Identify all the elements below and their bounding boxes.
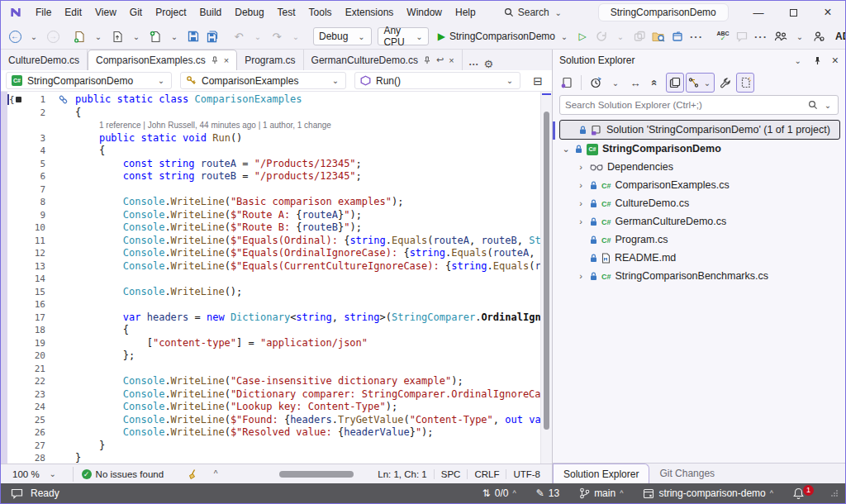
- code-row[interactable]: 4 {: [7, 145, 540, 158]
- tree-item-readme-md[interactable]: README.md: [553, 249, 845, 267]
- navigate-forward-button[interactable]: →: [44, 26, 62, 46]
- codelens-row[interactable]: 1 reference | John Russell, 44 minutes a…: [7, 119, 540, 132]
- search-input[interactable]: [565, 100, 803, 110]
- code-row[interactable]: 6 const string routeB = "/products/12345…: [7, 170, 540, 183]
- chevron-collapsed-icon[interactable]: ›: [576, 198, 586, 208]
- panel-tab-solution-explorer[interactable]: Solution Explorer: [553, 464, 649, 483]
- hot-reload-dropdown[interactable]: ⌄: [611, 26, 630, 46]
- spell-checker-button[interactable]: ABC ✓: [714, 26, 732, 46]
- tree-item-stringcomparisondemo[interactable]: ⌄C#StringComparisonDemo: [553, 140, 845, 158]
- pin-icon[interactable]: [423, 56, 431, 64]
- code-row[interactable]: 17 var headers = new Dictionary<string, …: [7, 311, 540, 325]
- tab-overflow-button[interactable]: ···: [469, 59, 479, 70]
- toolbar-overflow-button[interactable]: ···: [687, 26, 706, 46]
- panel-options-chevron-icon[interactable]: ⌄: [793, 56, 803, 65]
- chevron-expanded-icon[interactable]: ⌄: [561, 144, 571, 155]
- branch-picker[interactable]: main ^: [576, 487, 626, 499]
- horizontal-scrollbar-thumb[interactable]: [279, 471, 354, 478]
- tab-comparisonexamples-cs[interactable]: ComparisonExamples.cs×: [88, 50, 237, 70]
- code-row[interactable]: 24 Console.WriteLine("Lookup key: Conten…: [7, 401, 540, 414]
- show-all-files-toggle[interactable]: [736, 73, 754, 93]
- vertical-scrollbar-thumb[interactable]: [544, 112, 549, 430]
- live-share-dropdown[interactable]: ⌄: [791, 26, 809, 46]
- chevron-down-icon[interactable]: ⌄: [554, 8, 563, 17]
- code-row[interactable]: 28}: [7, 452, 540, 464]
- menu-item-git[interactable]: Git: [123, 3, 149, 21]
- code-row[interactable]: 18 {: [7, 324, 540, 337]
- collapse-all-button[interactable]: «: [645, 74, 665, 92]
- menu-item-debug[interactable]: Debug: [228, 3, 270, 21]
- split-window-button[interactable]: ⊟: [529, 71, 547, 91]
- code-row[interactable]: 16: [7, 298, 540, 311]
- code-row[interactable]: 10 Console.WriteLine($"Route B: {routeB}…: [7, 221, 540, 235]
- menu-item-build[interactable]: Build: [193, 3, 229, 21]
- type-dropdown[interactable]: ComparisonExamples ⌄: [180, 72, 346, 89]
- close-tab-icon[interactable]: ×: [449, 55, 454, 65]
- tree-item-germanculturedemo-cs[interactable]: ›C#GermanCultureDemo.cs: [553, 212, 845, 231]
- add-item-button[interactable]: [146, 26, 164, 46]
- code-row[interactable]: 8 Console.WriteLine("Basic comparison ex…: [7, 196, 540, 209]
- code-row[interactable]: 2{: [7, 107, 540, 120]
- pin-icon[interactable]: [813, 56, 822, 65]
- preview-selected-items-toggle[interactable]: [666, 73, 684, 93]
- menu-item-edit[interactable]: Edit: [58, 3, 88, 21]
- start-debugging-button[interactable]: ▶ StringComparisonDemo ⌄: [435, 26, 573, 46]
- chevron-collapsed-icon[interactable]: ›: [576, 216, 586, 226]
- member-dropdown[interactable]: Run() ⌄: [354, 72, 520, 89]
- keep-open-icon[interactable]: ↩: [436, 55, 444, 65]
- attach-to-process-button[interactable]: [630, 26, 649, 46]
- pin-icon[interactable]: [211, 56, 219, 64]
- chevron-collapsed-icon[interactable]: ›: [576, 271, 586, 281]
- pending-changes-filter-button[interactable]: [587, 73, 605, 93]
- code-row[interactable]: 22 Console.WriteLine("Case-insensitive d…: [7, 375, 540, 388]
- panel-tab-git-changes[interactable]: Git Changes: [649, 464, 725, 483]
- package-manager-button[interactable]: [668, 26, 687, 46]
- menu-item-tools[interactable]: Tools: [302, 3, 339, 21]
- redo-button[interactable]: ↷: [268, 26, 286, 46]
- code-row[interactable]: 27 }: [7, 440, 540, 453]
- codelens-text[interactable]: 1 reference | John Russell, 44 minutes a…: [75, 119, 331, 132]
- tree-item-program-cs[interactable]: C#Program.cs: [553, 231, 845, 249]
- indentation-indicator[interactable]: SPC: [434, 469, 468, 479]
- menu-item-project[interactable]: Project: [149, 3, 192, 21]
- filter-dropdown[interactable]: ⌄: [606, 73, 625, 93]
- properties-button[interactable]: [716, 73, 734, 93]
- menu-item-extensions[interactable]: Extensions: [339, 3, 401, 21]
- code-row[interactable]: 9 Console.WriteLine($"Route A: {routeA}"…: [7, 209, 540, 222]
- encoding-indicator[interactable]: UTF-8: [506, 469, 547, 479]
- code-row[interactable]: 7: [7, 183, 540, 197]
- code-editor[interactable]: { 1public static class ComparisonExample…: [1, 92, 552, 464]
- tree-item-culturedemo-cs[interactable]: ›C#CultureDemo.cs: [553, 194, 845, 212]
- feedback-button[interactable]: [810, 26, 828, 46]
- code-row[interactable]: 14: [7, 273, 540, 286]
- undo-dropdown[interactable]: ⌄: [249, 26, 267, 46]
- menu-item-help[interactable]: Help: [449, 3, 482, 21]
- project-dropdown[interactable]: C# StringComparisonDemo ⌄: [6, 72, 172, 89]
- notifications-button[interactable]: 1: [790, 487, 817, 499]
- solution-explorer-header[interactable]: Solution Explorer ⌄ ×: [553, 50, 845, 71]
- tab-culturedemo-cs[interactable]: CultureDemo.cs: [1, 50, 88, 70]
- issues-indicator[interactable]: ✓ No issues found: [82, 469, 164, 479]
- tab-germanculturedemo-cs[interactable]: GermanCultureDemo.cs↩×: [304, 50, 463, 70]
- code-row[interactable]: 13 Console.WriteLine($"Equals(CurrentCul…: [7, 260, 540, 273]
- minimize-button[interactable]: —: [741, 1, 776, 24]
- document-outline-icon[interactable]: {: [9, 94, 21, 105]
- sync-with-active-document-button[interactable]: ↔: [626, 73, 644, 93]
- menu-item-window[interactable]: Window: [400, 3, 449, 21]
- tree-item-comparisonexamples-cs[interactable]: ›C#ComparisonExamples.cs: [553, 176, 845, 194]
- code-row[interactable]: 1public static class ComparisonExamples: [7, 93, 540, 107]
- tab-program-cs[interactable]: Program.cs: [237, 50, 303, 70]
- solution-platform-select[interactable]: Any CPU⌄: [378, 27, 428, 45]
- open-file-button[interactable]: [108, 26, 126, 46]
- track-active-item-toggle[interactable]: ⌄: [686, 73, 715, 93]
- tab-settings-gear-icon[interactable]: ⚙: [484, 58, 494, 70]
- chevron-collapsed-icon[interactable]: ›: [576, 180, 586, 190]
- save-all-button[interactable]: [203, 26, 221, 46]
- code-row[interactable]: 3 public static void Run(): [7, 132, 540, 145]
- code-row[interactable]: 12 Console.WriteLine($"Equals(OrdinalIgn…: [7, 247, 540, 260]
- menu-item-view[interactable]: View: [88, 3, 123, 21]
- code-cleanup-button[interactable]: [183, 464, 202, 484]
- code-row[interactable]: 11 Console.WriteLine($"Equals(Ordinal): …: [7, 235, 540, 248]
- search-control[interactable]: Search ⌄: [497, 4, 570, 21]
- code-row[interactable]: 21: [7, 363, 540, 376]
